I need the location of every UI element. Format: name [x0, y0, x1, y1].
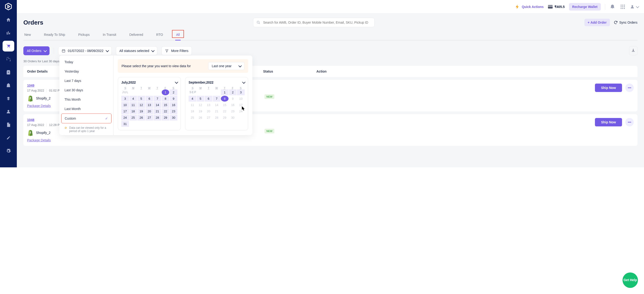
day-7[interactable]: 7	[154, 96, 161, 102]
nav-settings[interactable]	[2, 145, 14, 156]
day-16[interactable]: 16	[170, 102, 177, 108]
nav-returns[interactable]	[2, 54, 14, 65]
add-order-button[interactable]: +Add Order	[584, 19, 610, 26]
day-7[interactable]: 7	[213, 96, 220, 102]
day-1[interactable]: 1	[221, 89, 228, 95]
nav-weight[interactable]	[2, 80, 14, 91]
recharge-wallet-button[interactable]: Recharge Wallet	[569, 3, 601, 11]
profile-menu[interactable]	[630, 5, 638, 9]
day-18[interactable]: 18	[188, 108, 196, 114]
nav-home[interactable]	[2, 15, 14, 25]
day-20[interactable]: 20	[205, 108, 212, 114]
day-25[interactable]: 25	[188, 115, 196, 120]
day-12[interactable]: 12	[197, 102, 204, 108]
tab-in-transit[interactable]: In Transit	[102, 33, 117, 41]
day-5[interactable]: 5	[138, 96, 145, 102]
day-21[interactable]: 21	[154, 108, 161, 114]
tab-all[interactable]: All	[175, 33, 181, 41]
wallet-balance[interactable]: ₹405.5	[548, 5, 565, 9]
sync-orders-button[interactable]: Sync Orders	[614, 20, 638, 25]
day-19[interactable]: 19	[138, 108, 145, 114]
chevron-down-icon[interactable]	[242, 81, 245, 84]
day-4[interactable]: 4	[188, 96, 196, 102]
day-19[interactable]: 19	[197, 108, 204, 114]
ship-now-button[interactable]: Ship Now	[595, 84, 622, 92]
tab-new[interactable]: New	[23, 33, 32, 41]
day-10[interactable]: 10	[237, 96, 245, 102]
day-23[interactable]: 23	[170, 108, 177, 114]
tab-pickups[interactable]: Pickups	[77, 33, 91, 41]
day-9[interactable]: 9	[229, 96, 237, 102]
day-15[interactable]: 15	[221, 102, 228, 108]
day-13[interactable]: 13	[146, 102, 153, 108]
day-9[interactable]: 9	[170, 96, 177, 102]
nav-channels[interactable]	[2, 93, 14, 104]
day-3[interactable]: 3	[121, 96, 129, 102]
ship-now-button[interactable]: Ship Now	[595, 118, 622, 126]
day-10[interactable]: 10	[121, 102, 129, 108]
day-26[interactable]: 26	[197, 115, 204, 120]
range-custom[interactable]: Custom✓	[61, 113, 112, 123]
quick-actions[interactable]: Quick Actions	[515, 4, 544, 9]
package-details-link[interactable]: Package Details	[27, 104, 51, 108]
day-8[interactable]: 8	[221, 96, 228, 102]
range-last-7-days[interactable]: Last 7 days	[61, 76, 112, 85]
day-21[interactable]: 21	[213, 108, 220, 114]
export-button[interactable]	[629, 46, 638, 55]
day-27[interactable]: 27	[205, 115, 212, 120]
day-22[interactable]: 22	[221, 108, 228, 114]
day-31[interactable]: 31	[121, 121, 129, 127]
nav-orders[interactable]	[2, 41, 14, 52]
day-11[interactable]: 11	[130, 102, 137, 108]
day-22[interactable]: 22	[162, 108, 170, 114]
day-26[interactable]: 26	[138, 115, 145, 120]
range-this-month[interactable]: This Month	[61, 95, 112, 104]
nav-catalog[interactable]	[2, 67, 14, 78]
filter-date-range[interactable]: 01/07/2022 - 08/09/2022	[58, 46, 112, 55]
day-1[interactable]: 1	[162, 89, 170, 95]
nav-customers[interactable]	[2, 106, 14, 117]
day-25[interactable]: 25	[130, 115, 137, 120]
tab-ready-to-ship[interactable]: Ready To Ship	[43, 33, 66, 41]
day-30[interactable]: 30	[229, 115, 237, 120]
day-11[interactable]: 11	[188, 102, 196, 108]
day-12[interactable]: 12	[138, 102, 145, 108]
day-24[interactable]: 24	[121, 115, 129, 120]
day-5[interactable]: 5	[197, 96, 204, 102]
search-input[interactable]	[263, 20, 371, 25]
day-15[interactable]: 15	[162, 102, 170, 108]
filter-more[interactable]: More Filters	[162, 46, 192, 55]
range-last-month[interactable]: Last Month	[61, 104, 112, 113]
day-23[interactable]: 23	[229, 108, 237, 114]
day-3[interactable]: 3	[237, 89, 245, 95]
day-16[interactable]: 16	[229, 102, 237, 108]
chevron-down-icon[interactable]	[175, 81, 177, 84]
day-20[interactable]: 20	[146, 108, 153, 114]
day-17[interactable]: 17	[121, 108, 129, 114]
day-18[interactable]: 18	[130, 108, 137, 114]
tab-delivered[interactable]: Delivered	[128, 33, 144, 41]
day-6[interactable]: 6	[146, 96, 153, 102]
day-14[interactable]: 14	[154, 102, 161, 108]
row-more-button[interactable]: •••	[625, 84, 634, 92]
day-6[interactable]: 6	[205, 96, 212, 102]
day-13[interactable]: 13	[205, 102, 212, 108]
apps-icon[interactable]	[620, 4, 626, 10]
day-30[interactable]: 30	[170, 115, 177, 120]
package-details-link[interactable]: Package Details	[27, 138, 51, 142]
tab-rto[interactable]: RTO	[156, 33, 164, 41]
filter-status[interactable]: All statuses selected	[116, 46, 158, 55]
range-last-30-days[interactable]: Last 30 days	[61, 85, 112, 95]
day-2[interactable]: 2	[170, 89, 177, 95]
day-4[interactable]: 4	[130, 96, 137, 102]
day-27[interactable]: 27	[146, 115, 153, 120]
filter-order-type[interactable]: All Orders	[23, 46, 50, 55]
day-2[interactable]: 2	[229, 89, 237, 95]
day-14[interactable]: 14	[213, 102, 220, 108]
row-more-button[interactable]: •••	[625, 118, 634, 126]
nav-billing[interactable]	[2, 119, 14, 130]
nav-tools[interactable]	[2, 132, 14, 143]
day-29[interactable]: 29	[221, 115, 228, 120]
day-29[interactable]: 29	[162, 115, 170, 120]
year-dropdown[interactable]: Last one year	[208, 62, 244, 70]
